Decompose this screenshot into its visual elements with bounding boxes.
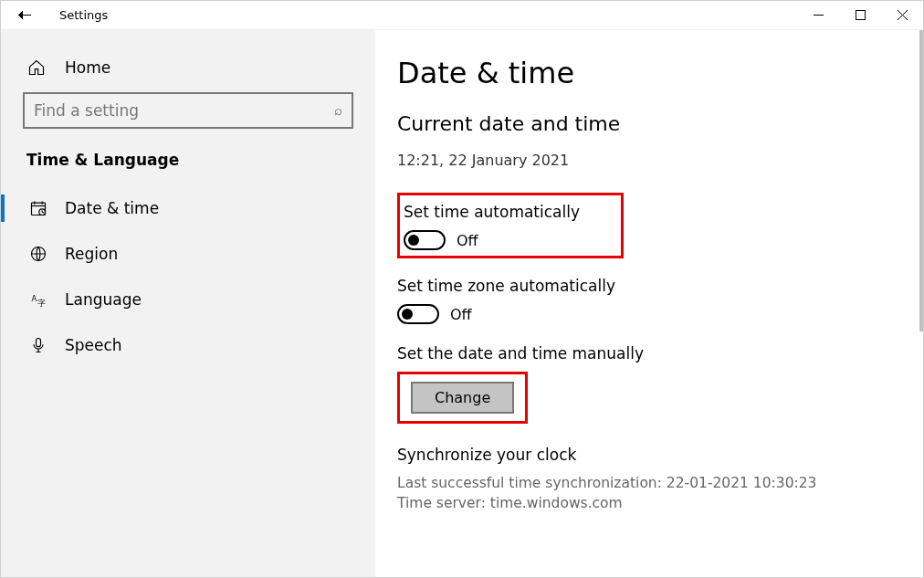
microphone-icon <box>28 335 48 355</box>
titlebar-left: 🠠 Settings <box>6 6 108 24</box>
set-time-auto-label: Set time automatically <box>404 203 612 221</box>
manual-set-label: Set the date and time manually <box>397 344 885 363</box>
set-time-auto-toggle[interactable] <box>404 230 446 250</box>
sidebar: Home ⌕ Time & Language Date & time Regio… <box>1 30 375 577</box>
sidebar-item-speech[interactable]: Speech <box>23 322 353 368</box>
toggle-knob <box>402 309 413 320</box>
set-tz-auto-label: Set time zone automatically <box>397 277 885 295</box>
language-icon: A字 <box>28 289 48 310</box>
search-input[interactable] <box>34 101 334 120</box>
titlebar: 🠠 Settings <box>1 1 923 30</box>
window-title: Settings <box>48 8 108 22</box>
svg-text:字: 字 <box>37 298 46 308</box>
window-controls <box>797 1 923 30</box>
scrollbar-thumb[interactable] <box>919 30 923 331</box>
svg-line-10 <box>42 212 44 213</box>
change-button-highlight: Change <box>397 372 528 424</box>
set-time-auto-state: Off <box>457 232 478 249</box>
sidebar-item-region[interactable]: Region <box>23 231 353 277</box>
sidebar-item-label: Date & time <box>65 199 159 217</box>
search-icon: ⌕ <box>334 102 342 119</box>
set-tz-auto-toggle-row: Off <box>397 304 885 324</box>
change-button[interactable]: Change <box>411 382 514 414</box>
content-area: Date & time Current date and time 12:21,… <box>375 30 923 577</box>
sync-last: Last successful time synchronization: 22… <box>397 473 885 493</box>
sidebar-item-label: Region <box>65 245 118 263</box>
search-box[interactable]: ⌕ <box>23 92 353 129</box>
set-time-auto-highlight: Set time automatically Off <box>397 193 624 258</box>
calendar-clock-icon <box>28 198 48 218</box>
sidebar-item-language[interactable]: A字 Language <box>23 277 353 322</box>
home-label: Home <box>65 58 110 77</box>
settings-window: 🠠 Settings Home ⌕ Time & Language Da <box>0 0 924 578</box>
toggle-knob <box>408 235 419 246</box>
home-nav[interactable]: Home <box>23 47 353 92</box>
sidebar-item-label: Language <box>65 290 142 309</box>
home-icon <box>26 58 47 78</box>
svg-rect-1 <box>856 11 865 20</box>
body: Home ⌕ Time & Language Date & time Regio… <box>1 30 923 577</box>
back-icon[interactable]: 🠠 <box>17 6 32 24</box>
set-time-auto-toggle-row: Off <box>404 230 612 250</box>
sync-head: Synchronize your clock <box>397 446 885 464</box>
current-datetime-head: Current date and time <box>397 112 885 135</box>
sidebar-nav: Date & time Region A字 Language Speech <box>23 185 353 368</box>
minimize-button[interactable] <box>797 1 839 30</box>
sidebar-item-date-time[interactable]: Date & time <box>23 185 353 231</box>
svg-rect-14 <box>37 339 41 347</box>
page-title: Date & time <box>397 56 885 90</box>
sync-server: Time server: time.windows.com <box>397 493 885 513</box>
set-tz-auto-toggle[interactable] <box>397 304 439 324</box>
sidebar-item-label: Speech <box>65 336 122 354</box>
current-datetime-value: 12:21, 22 January 2021 <box>397 152 885 169</box>
globe-icon <box>28 244 48 264</box>
set-tz-auto-state: Off <box>450 306 472 323</box>
svg-text:A: A <box>32 294 37 303</box>
maximize-button[interactable] <box>839 1 881 30</box>
sidebar-section-head: Time & Language <box>23 151 353 169</box>
close-button[interactable] <box>881 1 923 30</box>
